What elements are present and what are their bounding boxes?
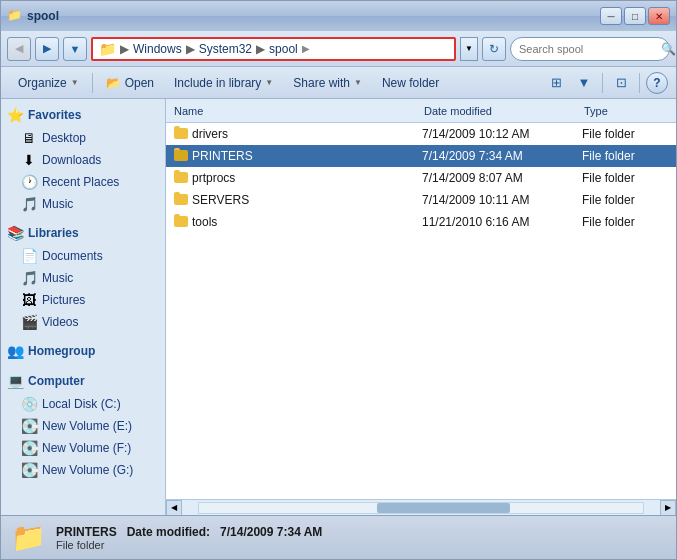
path-end-chevron: ▶ (302, 43, 310, 54)
title-bar: 📁 spool ─ □ ✕ (1, 1, 676, 31)
sidebar-item-videos[interactable]: 🎬 Videos (1, 311, 165, 333)
sidebar-item-local-disk[interactable]: 💿 Local Disk (C:) (1, 393, 165, 415)
open-button[interactable]: 📂 Open (97, 71, 163, 95)
prtprocs-folder-icon (170, 170, 192, 186)
toolbar-sep-1 (92, 73, 93, 93)
organize-label: Organize (18, 76, 67, 90)
hscroll-right-button[interactable]: ▶ (660, 500, 676, 516)
local-disk-icon: 💿 (21, 396, 37, 412)
prtprocs-type: File folder (582, 171, 672, 185)
help-button[interactable]: ? (646, 72, 668, 94)
printers-type: File folder (582, 149, 672, 163)
volume-f-icon: 💽 (21, 440, 37, 456)
content-area: Name Date modified Type drivers 7/14/200… (166, 99, 676, 515)
open-label: Open (125, 76, 154, 90)
status-date-value: 7/14/2009 7:34 AM (220, 525, 322, 539)
refresh-button[interactable]: ↻ (482, 37, 506, 61)
sidebar-item-pictures[interactable]: 🖼 Pictures (1, 289, 165, 311)
libraries-icon: 📚 (7, 225, 24, 241)
share-with-button[interactable]: Share with ▼ (284, 71, 371, 95)
sidebar-item-volume-f[interactable]: 💽 New Volume (F:) (1, 437, 165, 459)
sidebar-section-homegroup[interactable]: 👥 Homegroup (1, 339, 165, 363)
servers-folder-icon (170, 192, 192, 208)
sidebar-item-downloads[interactable]: ⬇ Downloads (1, 149, 165, 171)
file-row-servers[interactable]: SERVERS 7/14/2009 10:11 AM File folder (166, 189, 676, 211)
computer-icon: 💻 (7, 373, 24, 389)
prtprocs-name: prtprocs (192, 171, 422, 185)
file-row-printers[interactable]: PRINTERS 7/14/2009 7:34 AM File folder (166, 145, 676, 167)
path-folder-icon: 📁 (99, 41, 116, 57)
minimize-button[interactable]: ─ (600, 7, 622, 25)
include-library-label: Include in library (174, 76, 261, 90)
path-system32[interactable]: System32 (199, 42, 252, 56)
forward-button[interactable]: ▶ (35, 37, 59, 61)
volume-g-icon: 💽 (21, 462, 37, 478)
close-button[interactable]: ✕ (648, 7, 670, 25)
col-header-type[interactable]: Type (576, 105, 676, 117)
toolbar: Organize ▼ 📂 Open Include in library ▼ S… (1, 67, 676, 99)
view-toggle-button[interactable]: ⊞ (544, 71, 568, 95)
hscroll-left-button[interactable]: ◀ (166, 500, 182, 516)
drivers-name: drivers (192, 127, 422, 141)
preview-pane-button[interactable]: ⊡ (609, 71, 633, 95)
computer-label: Computer (28, 374, 85, 388)
tools-folder-icon (170, 214, 192, 230)
col-header-date[interactable]: Date modified (416, 105, 576, 117)
sidebar-item-volume-g[interactable]: 💽 New Volume (G:) (1, 459, 165, 481)
share-chevron-icon: ▼ (354, 78, 362, 87)
tools-name: tools (192, 215, 422, 229)
address-path-box[interactable]: 📁 ▶ Windows ▶ System32 ▶ spool ▶ (91, 37, 456, 61)
recent-locations-button[interactable]: ▼ (63, 37, 87, 61)
window-controls: ─ □ ✕ (600, 7, 670, 25)
organize-button[interactable]: Organize ▼ (9, 71, 88, 95)
include-in-library-button[interactable]: Include in library ▼ (165, 71, 282, 95)
file-row-tools[interactable]: tools 11/21/2010 6:16 AM File folder (166, 211, 676, 233)
file-row-prtprocs[interactable]: prtprocs 7/14/2009 8:07 AM File folder (166, 167, 676, 189)
file-row-drivers[interactable]: drivers 7/14/2009 10:12 AM File folder (166, 123, 676, 145)
search-icon[interactable]: 🔍 (661, 42, 676, 56)
view-options-button[interactable]: ▼ (572, 71, 596, 95)
status-bar: 📁 PRINTERS Date modified: 7/14/2009 7:34… (1, 515, 676, 559)
include-library-chevron-icon: ▼ (265, 78, 273, 87)
servers-date: 7/14/2009 10:11 AM (422, 193, 582, 207)
new-folder-button[interactable]: New folder (373, 71, 448, 95)
sidebar-section-favorites[interactable]: ⭐ Favorites (1, 103, 165, 127)
maximize-button[interactable]: □ (624, 7, 646, 25)
printers-folder-icon (170, 148, 192, 164)
sidebar-item-documents[interactable]: 📄 Documents (1, 245, 165, 267)
path-separator-3: ▶ (256, 42, 265, 56)
drivers-folder-icon (170, 126, 192, 142)
servers-name: SERVERS (192, 193, 422, 207)
servers-type: File folder (582, 193, 672, 207)
back-button[interactable]: ◀ (7, 37, 31, 61)
search-box[interactable]: 🔍 (510, 37, 670, 61)
status-date-label: Date modified: (127, 525, 210, 539)
sidebar-section-computer[interactable]: 💻 Computer (1, 369, 165, 393)
col-header-name[interactable]: Name (166, 105, 416, 117)
sidebar-item-desktop[interactable]: 🖥 Desktop (1, 127, 165, 149)
printers-name: PRINTERS (192, 149, 422, 163)
sidebar-item-recent-places[interactable]: 🕐 Recent Places (1, 171, 165, 193)
organize-chevron-icon: ▼ (71, 78, 79, 87)
sidebar-item-music-fav[interactable]: 🎵 Music (1, 193, 165, 215)
open-icon: 📂 (106, 76, 121, 90)
recent-places-icon: 🕐 (21, 174, 37, 190)
search-input[interactable] (519, 43, 657, 55)
main-area: ⭐ Favorites 🖥 Desktop ⬇ Downloads 🕐 Rece… (1, 99, 676, 515)
column-headers: Name Date modified Type (166, 99, 676, 123)
hscroll-track[interactable] (198, 502, 644, 514)
homegroup-label: Homegroup (28, 344, 95, 358)
window-title: spool (27, 9, 59, 23)
favorites-icon: ⭐ (7, 107, 24, 123)
hscroll-thumb[interactable] (377, 503, 510, 513)
address-dropdown-button[interactable]: ▼ (460, 37, 478, 61)
path-windows[interactable]: Windows (133, 42, 182, 56)
sidebar-item-volume-e[interactable]: 💽 New Volume (E:) (1, 415, 165, 437)
status-info: PRINTERS Date modified: 7/14/2009 7:34 A… (56, 525, 322, 551)
sidebar-item-music-lib[interactable]: 🎵 Music (1, 267, 165, 289)
path-spool[interactable]: spool (269, 42, 298, 56)
horizontal-scrollbar[interactable]: ◀ ▶ (166, 499, 676, 515)
favorites-label: Favorites (28, 108, 81, 122)
downloads-icon: ⬇ (21, 152, 37, 168)
sidebar-section-libraries[interactable]: 📚 Libraries (1, 221, 165, 245)
